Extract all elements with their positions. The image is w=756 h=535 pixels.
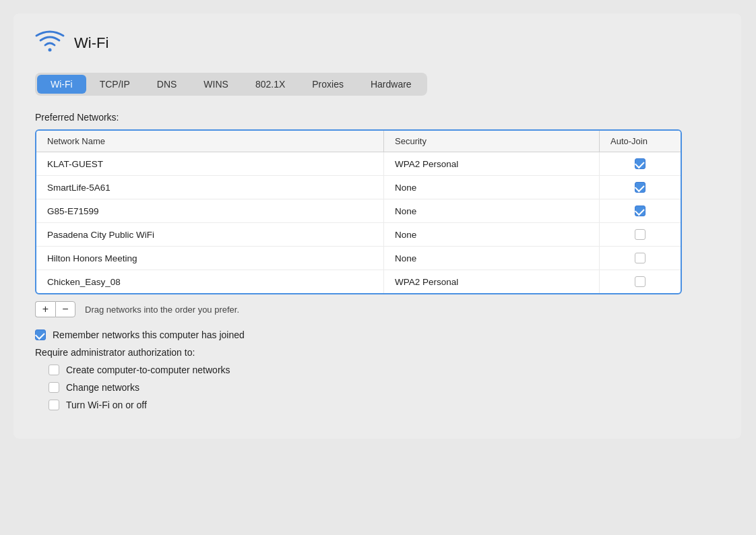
autojoin-checkbox[interactable] [635, 158, 645, 169]
security-cell: WPA2 Personal [384, 270, 600, 293]
table-row: G85-E71599None [36, 199, 681, 223]
tab-hardware[interactable]: Hardware [357, 75, 425, 94]
sub-option-checkbox[interactable] [49, 400, 59, 410]
autojoin-cell [600, 176, 681, 199]
table-header: Network Name Security Auto-Join [36, 131, 681, 152]
require-admin-label: Require administrator authorization to: [35, 347, 720, 358]
wifi-settings-panel: Wi-Fi Wi-FiTCP/IPDNSWINS802.1XProxiesHar… [13, 13, 741, 439]
table-row: Chicken_Easy_08WPA2 Personal [36, 270, 681, 293]
autojoin-cell [600, 152, 681, 175]
network-name-cell: G85-E71599 [36, 199, 384, 222]
sub-option-row: Turn Wi-Fi on or off [49, 400, 720, 410]
sub-options: Create computer-to-computer networksChan… [49, 365, 720, 410]
page-title: Wi-Fi [74, 34, 108, 52]
sub-option-label: Create computer-to-computer networks [66, 365, 230, 375]
security-cell: None [384, 199, 600, 222]
autojoin-checkbox[interactable] [635, 229, 645, 240]
tab-tcp/ip[interactable]: TCP/IP [86, 75, 144, 94]
table-row: KLAT-GUESTWPA2 Personal [36, 152, 681, 176]
drag-hint: Drag networks into the order you prefer. [85, 305, 239, 315]
remove-network-button[interactable]: − [55, 301, 75, 317]
col-header-name: Network Name [36, 131, 384, 152]
sub-option-checkbox[interactable] [49, 382, 59, 393]
col-header-autojoin: Auto-Join [600, 131, 681, 152]
preferred-networks-label: Preferred Networks: [35, 112, 720, 123]
autojoin-checkbox[interactable] [635, 276, 645, 287]
autojoin-cell [600, 247, 681, 270]
security-cell: None [384, 223, 600, 246]
tab-wins[interactable]: WINS [190, 75, 242, 94]
network-name-cell: SmartLife-5A61 [36, 176, 384, 199]
autojoin-cell [600, 223, 681, 246]
tab-8021x[interactable]: 802.1X [242, 75, 298, 94]
sub-option-checkbox[interactable] [49, 365, 59, 375]
network-name-cell: Chicken_Easy_08 [36, 270, 384, 293]
tab-wi-fi[interactable]: Wi-Fi [37, 75, 86, 94]
remember-networks-option: Remember networks this computer has join… [35, 329, 720, 340]
sub-option-row: Change networks [49, 382, 720, 393]
sub-option-row: Create computer-to-computer networks [49, 365, 720, 375]
networks-table: Network Name Security Auto-Join KLAT-GUE… [35, 129, 682, 294]
security-cell: WPA2 Personal [384, 152, 600, 175]
autojoin-checkbox[interactable] [635, 206, 645, 216]
autojoin-cell [600, 199, 681, 222]
autojoin-cell [600, 270, 681, 293]
wifi-icon [35, 30, 65, 57]
svg-point-0 [49, 49, 52, 52]
network-name-cell: KLAT-GUEST [36, 152, 384, 175]
tab-dns[interactable]: DNS [144, 75, 191, 94]
tab-proxies[interactable]: Proxies [298, 75, 357, 94]
sub-option-label: Turn Wi-Fi on or off [66, 400, 147, 410]
table-row: Pasadena City Public WiFiNone [36, 223, 681, 247]
col-header-security: Security [384, 131, 600, 152]
table-row: Hilton Honors MeetingNone [36, 247, 681, 270]
security-cell: None [384, 176, 600, 199]
table-actions: + − Drag networks into the order you pre… [35, 301, 720, 317]
remember-networks-checkbox[interactable] [35, 329, 46, 340]
add-network-button[interactable]: + [35, 301, 55, 317]
autojoin-checkbox[interactable] [635, 253, 645, 263]
autojoin-checkbox[interactable] [635, 182, 645, 193]
network-name-cell: Hilton Honors Meeting [36, 247, 384, 270]
table-body: KLAT-GUESTWPA2 PersonalSmartLife-5A61Non… [36, 152, 681, 293]
remember-networks-label: Remember networks this computer has join… [53, 329, 245, 340]
header: Wi-Fi [35, 30, 720, 57]
table-row: SmartLife-5A61None [36, 176, 681, 199]
security-cell: None [384, 247, 600, 270]
sub-option-label: Change networks [66, 382, 139, 393]
network-name-cell: Pasadena City Public WiFi [36, 223, 384, 246]
tabs-bar: Wi-FiTCP/IPDNSWINS802.1XProxiesHardware [35, 73, 427, 96]
